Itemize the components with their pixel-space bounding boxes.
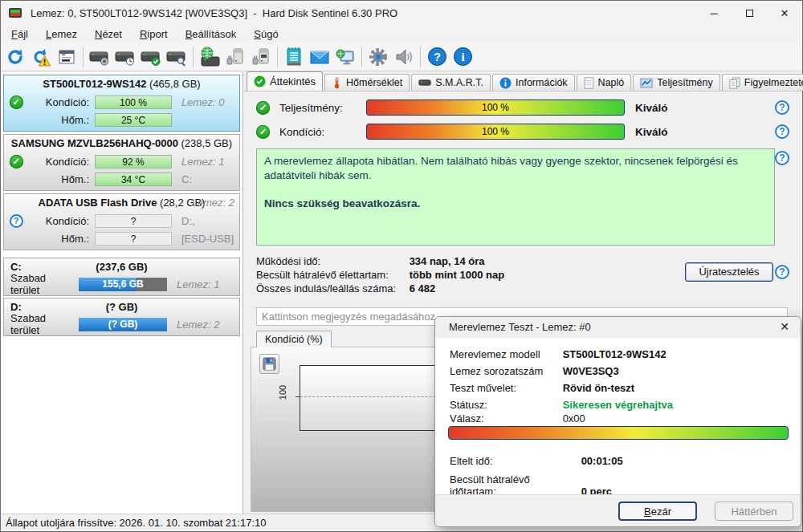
disk-unknown-icon [10, 214, 23, 228]
menu-settings[interactable]: Beállítások [177, 26, 246, 42]
tab-smart[interactable]: S.M.A.R.T. [411, 74, 491, 91]
minimize-button[interactable]: ─ [696, 1, 732, 25]
performance-row: Teljesítmény: 100 % Kiváló [244, 99, 802, 116]
report-button[interactable] [54, 45, 79, 69]
ok-icon [256, 101, 270, 115]
stat-value: több mint 1000 nap [410, 269, 504, 281]
partition-item-c[interactable]: C: (237,6 GB) Szabad terület 155,6 GB Le… [3, 258, 240, 296]
disk-plug-button[interactable] [248, 45, 274, 69]
stat-label: Összes indulás/leállás száma: [256, 282, 406, 294]
disk-detect-button[interactable] [87, 45, 112, 69]
disk-search-button[interactable] [164, 45, 190, 69]
free-space-label: Szabad terület [4, 272, 73, 296]
disk-test-button[interactable] [138, 45, 164, 69]
toolbar-separator [277, 47, 278, 67]
help-icon[interactable] [775, 100, 789, 115]
partition-header: D: (? GB) [4, 298, 239, 315]
network-status-button[interactable] [332, 45, 358, 69]
tab-label: Hőmérséklet [346, 77, 402, 88]
help-icon[interactable] [775, 124, 789, 139]
chart-icon [640, 78, 653, 88]
notes-button[interactable] [281, 45, 307, 69]
dialog-close-icon[interactable]: ✕ [780, 320, 789, 333]
help-icon[interactable] [775, 265, 789, 279]
window-title: Lemez: 0, ST500LT012-9WS142 [W0VE3SQ3] -… [31, 7, 397, 19]
disk-test-dialog: Merevlemez Teszt - Lemez: #0 ✕ Merevleme… [434, 316, 801, 527]
tab-alerts[interactable]: Figyelmeztetések [722, 74, 803, 91]
help-icon[interactable] [775, 151, 789, 165]
condition-row: Kondíció: 100 % Kiváló [244, 123, 802, 140]
document-icon [584, 77, 594, 89]
disk-item-samsung[interactable]: SAMSUNG MZVLB256HAHQ-0000 (238,5 GB) Kon… [3, 134, 240, 191]
disk-test-ok-icon [141, 47, 161, 67]
elapsed-value: 00:01:05 [581, 455, 623, 467]
disk-header: ADATA USB Flash Drive (28,2 GB) Lemez: 2 [4, 194, 239, 212]
stat-row-start-stop: Összes indulás/leállás száma: 6 482 [256, 282, 435, 295]
disk-schedule-icon [115, 47, 136, 67]
drive-letter-label: D:, [181, 215, 195, 227]
background-button: Háttérben [715, 502, 793, 521]
condition-bar: ? [95, 214, 172, 228]
tab-information[interactable]: Információk [492, 74, 575, 91]
close-dialog-button[interactable]: Bezár [618, 502, 697, 521]
chart-tab-condition[interactable]: Kondíció (%) [256, 331, 332, 347]
dialog-footer: Bezár Háttérben [435, 494, 801, 526]
tab-temperature[interactable]: Hőmérséklet [324, 74, 410, 91]
bus-type-label: [ESD-USB] [181, 233, 234, 245]
maximize-button[interactable] [732, 1, 767, 25]
network-disk-icon [199, 47, 220, 67]
tab-bar: Áttekintés Hőmérséklet S.M.A.R.T. In [244, 72, 802, 91]
ok-icon [256, 125, 270, 139]
window-controls: ─ ✕ [696, 1, 802, 25]
sound-icon [393, 47, 414, 67]
health-status-box: A merevlemez állapota hibátlan. Nem talá… [256, 148, 775, 246]
disk-size: (238,5 GB) [181, 137, 233, 149]
partition-item-d[interactable]: D: (? GB) Szabad terület (? GB) Lemez: 2 [3, 298, 240, 336]
condition-row: Kondíció: 92 % Lemez: 1 [4, 152, 239, 170]
stat-value: 334 nap, 14 óra [410, 255, 485, 267]
tab-label: Információk [516, 77, 568, 88]
menu-disk[interactable]: Lemez [37, 26, 86, 42]
menu-bar: Fájl Lemez Nézet Riport Beállítások Súgó [1, 25, 802, 43]
svg-text:i: i [461, 51, 464, 63]
disk-header: ST500LT012-9WS142 (465,8 GB) [4, 75, 239, 93]
retest-button[interactable]: Újratesztelés [685, 262, 773, 282]
dialog-row-value: 0x00 [563, 412, 585, 424]
partition-name: D: [10, 298, 22, 315]
disk-schedule-button[interactable] [112, 45, 138, 69]
disk-unplug-button[interactable] [222, 45, 248, 69]
partition-size: (237,6 GB) [4, 258, 239, 275]
free-space-bar: 155,6 GB [79, 278, 167, 291]
email-button[interactable] [307, 45, 332, 69]
network-status-icon [335, 47, 356, 67]
sound-button[interactable] [391, 45, 417, 69]
temperature-row: Hőm.: 25 °C [4, 111, 239, 128]
menu-view[interactable]: Nézet [86, 26, 131, 42]
disk-item-st500[interactable]: ST500LT012-9WS142 (465,8 GB) Kondíció: 1… [3, 75, 240, 132]
toolbar-separator [361, 47, 362, 67]
stat-row-lifetime: Becsült hátralévő élettartam: több mint … [256, 269, 504, 282]
disk-item-adata[interactable]: ADATA USB Flash Drive (28,2 GB) Lemez: 2… [3, 193, 240, 250]
network-disk-button[interactable] [197, 45, 222, 69]
help-button[interactable]: ? [424, 45, 450, 69]
menu-help[interactable]: Súgó [245, 26, 287, 42]
info-button[interactable]: i [450, 45, 475, 69]
condition-bar: 100 % [366, 124, 625, 140]
disk-name: SAMSUNG MZVLB256HAHQ-0000 [11, 137, 178, 149]
title-bar: Lemez: 0, ST500LT012-9WS142 [W0VE3SQ3] -… [1, 1, 802, 25]
menu-file[interactable]: Fájl [2, 26, 37, 42]
menu-report[interactable]: Riport [131, 26, 177, 42]
temperature-label: Hőm.: [28, 173, 89, 185]
test-progress-bar [448, 426, 789, 440]
refresh-button[interactable] [2, 45, 28, 69]
refresh-warning-button[interactable] [28, 45, 54, 69]
tab-log[interactable]: Napló [577, 74, 632, 91]
tab-overview[interactable]: Áttekintés [247, 71, 323, 91]
settings-button[interactable] [365, 45, 391, 69]
settings-gear-icon [368, 47, 389, 67]
info-icon: i [453, 47, 473, 67]
save-chart-button[interactable] [259, 354, 279, 374]
tab-label: Áttekintés [270, 75, 316, 87]
tab-performance[interactable]: Teljesítmény [633, 74, 719, 91]
close-button[interactable]: ✕ [767, 1, 802, 25]
